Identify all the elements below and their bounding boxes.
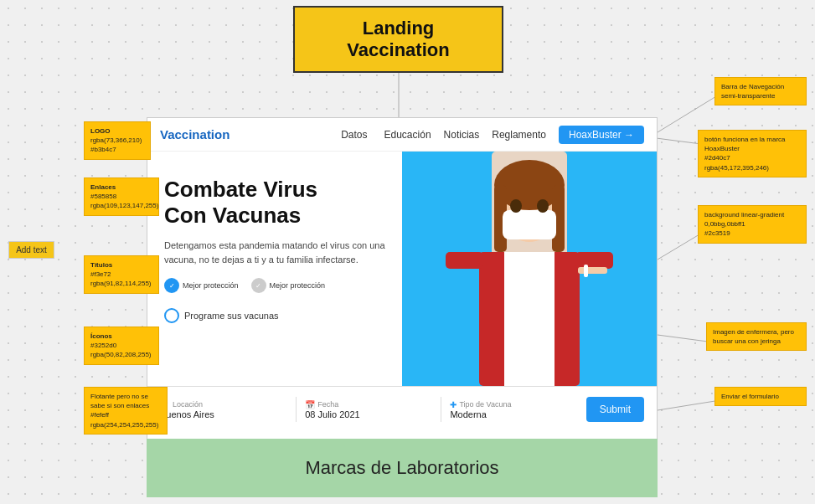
vaccine-icon: ✚	[450, 400, 457, 409]
date-value[interactable]: 08 Julio 2021	[305, 409, 432, 419]
nav-educacion[interactable]: Educación	[384, 129, 431, 141]
badge-icon-2: ✓	[251, 278, 266, 293]
date-label: 📅 Fecha	[305, 400, 432, 409]
svg-rect-21	[446, 252, 483, 269]
nav-links: Datos Educación Noticias Reglamento Hoax…	[337, 126, 644, 144]
protection-badges: ✓ Mejor protección ✓ Mejor protección	[164, 278, 385, 293]
webpage-mockup: Vaccination Datos Educación Noticias Reg…	[147, 117, 658, 452]
form-divider-2	[441, 397, 441, 422]
svg-point-20	[537, 199, 549, 213]
date-field: 📅 Fecha 08 Julio 2021	[305, 400, 432, 419]
labs-title: Marcas de Laboratorios	[305, 457, 498, 479]
annotation-enlaces: Enlaces #585858 rgba(109,123,147,255)	[84, 177, 159, 216]
hero-right	[402, 152, 657, 386]
annotation-background: background linear-gradient 0,0bbg,0bbff1…	[698, 205, 807, 244]
vaccine-field: ✚ Tipo de Vacuna Moderna	[450, 400, 577, 419]
badge-mejor: ✓ Mejor protección	[164, 278, 239, 293]
calendar-icon: 📅	[305, 400, 315, 409]
add-text-box[interactable]: Add text	[8, 241, 54, 259]
vaccine-value[interactable]: Moderna	[450, 409, 577, 419]
hero-description: Detengamos esta pandemia matando el viru…	[164, 239, 385, 266]
form-bar: 📍 Locación Buenos Aires 📅 Fecha 08 Julio…	[147, 386, 657, 432]
hero-title: Combate VirusCon Vacunas	[164, 177, 385, 229]
annotation-hoaxbuster: botón funciona en la marca HoaxBuster #2…	[698, 130, 807, 177]
annotation-navbar: Barra de Navegación semi-transparente	[714, 77, 807, 105]
vaccine-label: ✚ Tipo de Vacuna	[450, 400, 577, 409]
annotation-enviar: Enviar el formulario	[714, 387, 807, 406]
svg-rect-13	[504, 252, 555, 386]
annotation-flotante: Flotante pero no se sabe si son enlaces …	[84, 387, 168, 435]
badge-mejor2: ✓ Mejor protección	[251, 278, 326, 293]
location-value[interactable]: Buenos Aires	[160, 409, 287, 419]
annotation-imagen: Imagen de enfermera, pero buscar una con…	[706, 322, 807, 351]
annotation-logo: LOGO rgba(73,366,210) #b3b4c7	[84, 121, 151, 160]
location-label: 📍 Locación	[160, 400, 287, 409]
annotation-iconos: Íconos #3252d0 rgba(50,82,208,255)	[84, 327, 159, 365]
badge-icon-1: ✓	[164, 278, 179, 293]
svg-point-19	[510, 199, 522, 213]
nurse-image	[402, 152, 657, 386]
svg-line-5	[658, 94, 720, 132]
nav-noticias[interactable]: Noticias	[444, 129, 480, 141]
submit-button[interactable]: Submit	[586, 397, 644, 422]
schedule-button[interactable]: Programe sus vacunas	[164, 308, 385, 323]
labs-section: Marcas de Laboratorios	[147, 439, 658, 497]
nav-hoaxbuster[interactable]: HoaxBuster →	[559, 126, 644, 144]
nav-reglamento[interactable]: Reglamento	[492, 129, 546, 141]
nav-bar: Vaccination Datos Educación Noticias Reg…	[147, 118, 657, 152]
hero-section: Combate VirusCon Vacunas Detengamos esta…	[147, 152, 657, 386]
badge-label-1: Mejor protección	[183, 281, 239, 290]
svg-rect-24	[584, 265, 588, 277]
schedule-label: Programe sus vacunas	[184, 311, 279, 321]
title-banner: Landing Vaccination	[293, 6, 503, 73]
svg-rect-18	[503, 210, 556, 239]
location-field: 📍 Locación Buenos Aires	[160, 400, 287, 419]
page-title: Landing Vaccination	[312, 18, 485, 61]
schedule-icon	[164, 308, 179, 323]
form-divider-1	[296, 397, 297, 422]
badge-label-2: Mejor protección	[270, 281, 326, 290]
annotation-titulos: Títulos #f3e72 rgba(91,82,114,255)	[84, 255, 159, 294]
hero-left: Combate VirusCon Vacunas Detengamos esta…	[147, 152, 402, 386]
nav-datos[interactable]: Datos	[337, 129, 371, 141]
svg-line-9	[658, 400, 720, 410]
svg-rect-23	[578, 267, 607, 274]
svg-rect-22	[575, 252, 613, 269]
nav-logo: Vaccination	[160, 127, 230, 141]
